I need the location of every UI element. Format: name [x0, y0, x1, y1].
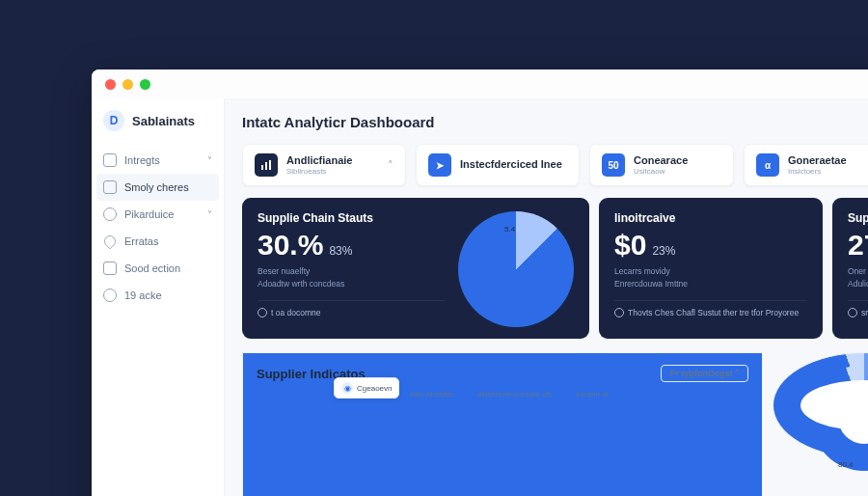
- chart-tooltip: ◉ Cgeaoevn: [334, 377, 399, 399]
- stat-card-supply-ireasu: Supply Ireasu 2700 Oner a Vral Fr Adulic…: [832, 198, 868, 339]
- stat-value: 2700: [848, 231, 868, 260]
- svg-rect-1: [265, 162, 267, 170]
- chart-row: Supplier Indicatos Pr typfonOcgst ˅ dato…: [242, 352, 868, 496]
- kpi-label: Conearace: [634, 154, 688, 167]
- pie-slice-label: 5.4: [504, 225, 515, 234]
- sidebar-item-19-acke[interactable]: 19 acke: [92, 282, 224, 309]
- kpi-sub: Usitcaow: [634, 167, 688, 176]
- maximize-icon[interactable]: [140, 79, 150, 90]
- kpi-row: Andlicfianaie Sibliroeasts ˄ ➤ Instecfde…: [242, 144, 868, 186]
- sidebar-item-label: 19 acke: [124, 289, 162, 301]
- pin-icon: [102, 234, 119, 250]
- kpi-card[interactable]: Andlicfianaie Sibliroeasts ˄: [242, 144, 406, 186]
- donut-label: 80.4: [838, 460, 854, 469]
- sidebar-item-label: Intregts: [124, 154, 160, 166]
- stat-footer[interactable]: sret thom: [848, 300, 868, 317]
- kpi-card[interactable]: α Goneraetae Insictoers: [744, 144, 868, 186]
- sidebar-item-label: Erratas: [124, 235, 158, 247]
- sidebar-item-pikarduice[interactable]: Pikarduice ˅: [92, 201, 224, 228]
- stat-title: linoitrcaive: [614, 211, 807, 225]
- close-icon[interactable]: [105, 79, 116, 90]
- stat-row: Supplie Chain Stauts 30.% 83% Beser nuae…: [242, 198, 868, 339]
- kpi-label: Goneraetae: [788, 154, 847, 167]
- sidebar-item-erratas[interactable]: Erratas: [92, 228, 224, 255]
- kpi-label: Andlicfianaie: [286, 154, 352, 167]
- stat-value: $0 23%: [614, 231, 807, 260]
- chevron-down-icon: ˅: [207, 209, 212, 220]
- refresh-icon: [848, 308, 857, 317]
- sidebar-item-label: Sood ection: [124, 262, 180, 274]
- bar-chart: ◉ Cgeaoevn: [257, 404, 748, 496]
- bar-chart-card: Supplier Indicatos Pr typfonOcgst ˅ dato…: [242, 352, 763, 496]
- chart-legend: dato obseltie dinsersvle poreaie ofs Ino…: [257, 390, 748, 399]
- kpi-card[interactable]: ➤ Instecfderciced Inee: [416, 144, 580, 186]
- circle-icon: [103, 289, 117, 302]
- stat-meta: Lecarrs movidy Enrercdouwa Imttne: [614, 265, 807, 290]
- kpi-sub: Insictoers: [788, 167, 847, 176]
- kpi-card[interactable]: 50 Conearace Usitcaow: [589, 144, 734, 186]
- pie-chart: 5.4: [458, 211, 574, 327]
- stat-footer[interactable]: t oa docomne: [258, 300, 445, 317]
- browser-window: D Sablainats Intregts ˅ Smoly cheres Pik…: [92, 69, 868, 496]
- arrow-icon: ➤: [428, 153, 451, 177]
- alpha-icon: α: [756, 153, 779, 177]
- main-content: Intatc Analyticr Dashbooard Andlicfianai…: [225, 98, 868, 496]
- donut-chart: 41.1 691 80.4: [811, 365, 868, 471]
- refresh-icon: [614, 308, 624, 317]
- square-icon: [103, 180, 117, 194]
- stat-value: 30.% 83%: [258, 231, 445, 260]
- minimize-icon[interactable]: [122, 79, 133, 90]
- svg-rect-0: [261, 165, 263, 170]
- kpi-label: Instecfderciced Inee: [460, 158, 562, 171]
- sidebar-item-smoly-cheres[interactable]: Smoly cheres: [96, 174, 219, 201]
- stat-card-linoitrcaive: linoitrcaive $0 23% Lecarrs movidy Enrer…: [599, 198, 823, 339]
- chevron-down-icon: ˅: [207, 155, 212, 166]
- app-logo[interactable]: D Sablainats: [92, 110, 224, 147]
- page-title: Intatc Analyticr Dashbooard: [242, 114, 434, 130]
- logo-icon: D: [103, 110, 124, 131]
- analytics-icon: [255, 153, 278, 177]
- refresh-icon: [258, 308, 267, 317]
- stat-title: Supply Ireasu: [848, 211, 868, 225]
- kpi-sub: Sibliroeasts: [286, 167, 352, 176]
- svg-rect-2: [269, 160, 271, 170]
- stat-footer[interactable]: Thovts Ches Chafl Sustut ther tre tfor P…: [614, 300, 807, 317]
- stat-title: Supplie Chain Stauts: [258, 211, 445, 225]
- square-icon: [103, 262, 117, 275]
- sidebar-item-sood-ection[interactable]: Sood ection: [92, 255, 224, 282]
- sidebar: D Sablainats Intregts ˅ Smoly cheres Pik…: [92, 98, 225, 496]
- square-icon: [103, 153, 117, 167]
- circle-icon: [103, 207, 117, 221]
- app-name: Sablainats: [132, 114, 195, 128]
- sidebar-item-label: Smoly cheres: [124, 181, 189, 193]
- chevron-up-icon: ˄: [388, 159, 393, 172]
- chart-filter-pill[interactable]: Pr typfonOcgst ˅: [661, 365, 748, 382]
- page-header: Intatc Analyticr Dashbooard: [242, 114, 868, 130]
- sidebar-item-label: Pikarduice: [124, 208, 174, 220]
- stat-card-supply-chain: Supplie Chain Stauts 30.% 83% Beser nuae…: [242, 198, 589, 339]
- donut-chart-card: 41.1 691 80.4: [773, 352, 868, 458]
- stat-meta: Oner a Vral Fr Adulic in Eatoy dorer: [848, 265, 868, 290]
- sidebar-item-intregts[interactable]: Intregts ˅: [92, 147, 224, 174]
- count-icon: 50: [602, 153, 625, 177]
- window-controls: [92, 69, 868, 98]
- stat-meta: Beser nuaelfty Adoadtw wrth concdeas: [258, 265, 445, 290]
